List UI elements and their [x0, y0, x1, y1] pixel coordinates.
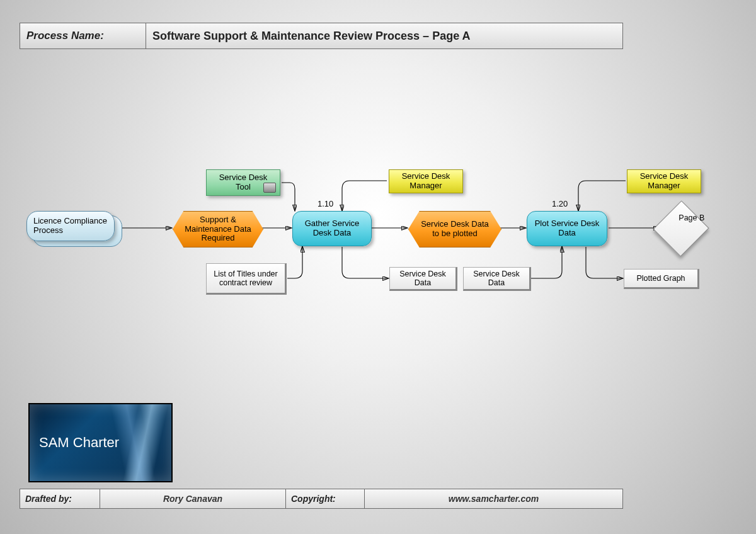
connector-page-b-label: Page B	[673, 213, 711, 222]
connector-page-b-wrap: Page B	[662, 209, 701, 248]
role-service-desk-manager-1-label: Service Desk Manager	[394, 172, 457, 191]
hex-support-maintenance-label: Support & Maintenance Data Required	[182, 215, 254, 244]
task-plot-data: Plot Service Desk Data	[527, 211, 607, 246]
logo-sam-charter: SAM Charter	[28, 403, 173, 482]
hex-data-to-plot-label: Service Desk Data to be plotted	[418, 220, 492, 239]
task-gather-data-label: Gather Service Desk Data	[299, 219, 365, 238]
task-plot-data-label: Plot Service Desk Data	[534, 219, 600, 238]
task-number-1: 1.10	[318, 199, 333, 208]
data-service-desk-2: Service Desk Data	[463, 267, 531, 291]
data-service-desk-2-label: Service Desk Data	[469, 270, 524, 288]
data-plotted-graph-label: Plotted Graph	[636, 274, 685, 283]
data-service-desk-1: Service Desk Data	[389, 267, 457, 291]
drafted-by-label: Drafted by:	[20, 489, 100, 508]
start-process-label: Licence Compliance Process	[33, 217, 108, 236]
role-service-desk-tool: Service Desk Tool	[206, 169, 280, 196]
role-service-desk-manager-2-label: Service Desk Manager	[633, 172, 696, 191]
connector-page-b: Page B	[653, 200, 709, 256]
role-service-desk-manager-1: Service Desk Manager	[389, 169, 463, 193]
data-list-of-titles: List of Titles under contract review	[206, 263, 287, 295]
start-process: Licence Compliance Process	[26, 211, 115, 241]
data-service-desk-1-label: Service Desk Data	[395, 270, 450, 288]
hex-data-to-plot: Service Desk Data to be plotted	[408, 211, 501, 247]
task-number-2: 1.20	[552, 199, 568, 208]
logo-text: SAM Charter	[39, 435, 119, 451]
tool-icon	[263, 183, 276, 193]
copyright-value: www.samcharter.com	[365, 489, 622, 508]
data-list-of-titles-label: List of Titles under contract review	[212, 270, 280, 288]
task-gather-data: Gather Service Desk Data	[292, 211, 372, 246]
role-service-desk-manager-2: Service Desk Manager	[627, 169, 701, 193]
data-plotted-graph: Plotted Graph	[624, 269, 699, 289]
copyright-label: Copyright:	[286, 489, 365, 508]
drafted-by-value: Rory Canavan	[100, 489, 286, 508]
footer-bar: Drafted by: Rory Canavan Copyright: www.…	[20, 489, 623, 509]
hex-support-maintenance: Support & Maintenance Data Required	[173, 211, 263, 247]
